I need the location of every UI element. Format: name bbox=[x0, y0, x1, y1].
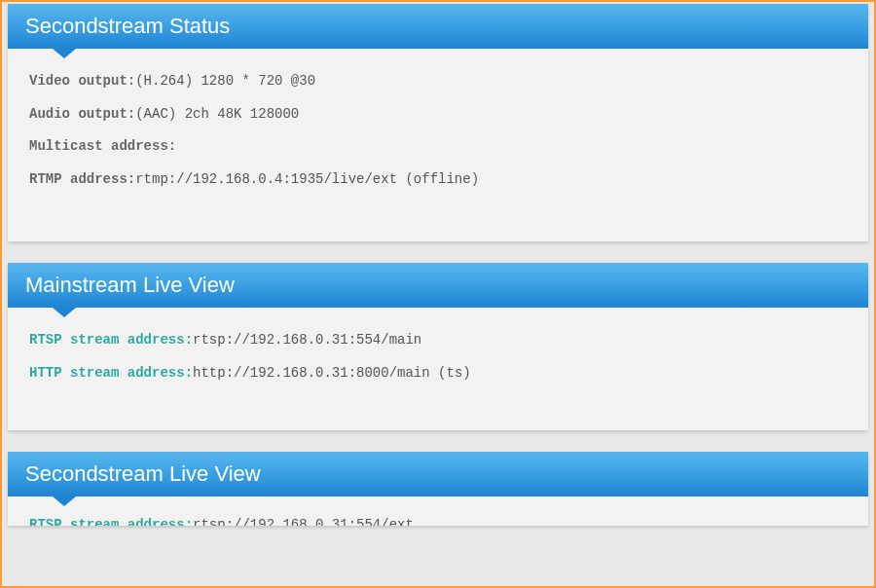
video-output-label: Video output: bbox=[29, 73, 135, 89]
audio-output-label: Audio output: bbox=[29, 106, 135, 122]
status-row: RTMP address:rtmp://192.168.0.4:1935/liv… bbox=[29, 170, 851, 190]
panel-title: Mainstream Live View bbox=[25, 273, 235, 297]
secondstream-status-body: Video output:(H.264) 1280 * 720 @30 Audi… bbox=[8, 49, 868, 241]
multicast-address-label: Multicast address: bbox=[29, 138, 176, 154]
mainstream-live-view-panel: Mainstream Live View RTSP stream address… bbox=[8, 263, 868, 429]
panel-title: Secondstream Live View bbox=[25, 461, 261, 486]
mainstream-live-view-body: RTSP stream address:rtsp://192.168.0.31:… bbox=[8, 308, 868, 429]
rtsp-stream-label: RTSP stream address: bbox=[29, 517, 193, 526]
mainstream-live-view-header: Mainstream Live View bbox=[8, 263, 868, 308]
http-stream-value: http://192.168.0.31:8000/main (ts) bbox=[193, 365, 471, 381]
secondstream-status-panel: Secondstream Status Video output:(H.264)… bbox=[8, 4, 868, 241]
rtmp-address-label: RTMP address: bbox=[29, 171, 135, 187]
stream-row: RTSP stream address:rtsp://192.168.0.31:… bbox=[29, 331, 851, 350]
status-row: Audio output:(AAC) 2ch 48K 128000 bbox=[29, 105, 851, 125]
secondstream-live-view-header: Secondstream Live View bbox=[8, 452, 868, 496]
status-row: Multicast address: bbox=[29, 137, 851, 157]
secondstream-live-view-body: RTSP stream address:rtsp://192.168.0.31:… bbox=[8, 496, 868, 526]
rtsp-stream-value: rtsp://192.168.0.31:554/ext bbox=[193, 517, 414, 526]
secondstream-live-view-panel: Secondstream Live View RTSP stream addre… bbox=[8, 452, 868, 526]
video-output-value: (H.264) 1280 * 720 @30 bbox=[135, 73, 315, 89]
panel-title: Secondstream Status bbox=[25, 14, 230, 38]
status-row: Video output:(H.264) 1280 * 720 @30 bbox=[29, 72, 851, 92]
stream-row: HTTP stream address:http://192.168.0.31:… bbox=[29, 364, 851, 384]
secondstream-status-header: Secondstream Status bbox=[8, 4, 868, 49]
rtsp-stream-label: RTSP stream address: bbox=[29, 332, 193, 348]
rtsp-stream-value: rtsp://192.168.0.31:554/main bbox=[193, 332, 421, 348]
http-stream-label: HTTP stream address: bbox=[29, 365, 193, 381]
stream-row: RTSP stream address:rtsp://192.168.0.31:… bbox=[29, 516, 851, 526]
rtmp-address-value: rtmp://192.168.0.4:1935/live/ext (offlin… bbox=[135, 171, 479, 187]
audio-output-value: (AAC) 2ch 48K 128000 bbox=[135, 106, 299, 122]
